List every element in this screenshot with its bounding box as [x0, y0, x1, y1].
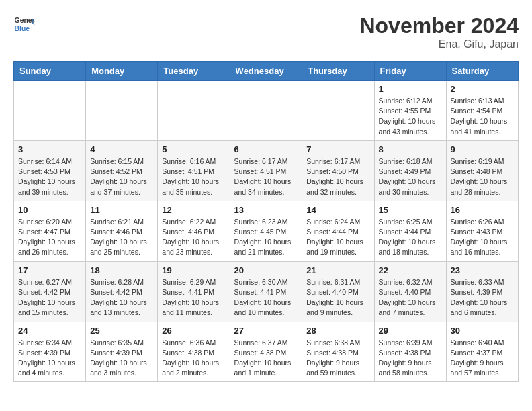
day-number: 20	[234, 265, 298, 275]
day-number: 7	[306, 144, 369, 154]
day-number: 6	[234, 144, 298, 154]
calendar-week-row: 24Sunrise: 6:34 AM Sunset: 4:39 PM Dayli…	[14, 322, 519, 382]
day-number: 2	[451, 84, 514, 94]
calendar-cell	[158, 81, 230, 141]
day-info: Sunrise: 6:13 AM Sunset: 4:54 PM Dayligh…	[451, 96, 514, 137]
day-number: 18	[90, 265, 153, 275]
day-number: 4	[90, 144, 153, 154]
day-number: 25	[90, 326, 153, 336]
day-info: Sunrise: 6:23 AM Sunset: 4:45 PM Dayligh…	[234, 217, 298, 258]
day-number: 28	[306, 326, 369, 336]
day-info: Sunrise: 6:15 AM Sunset: 4:52 PM Dayligh…	[90, 156, 153, 197]
calendar-cell: 17Sunrise: 6:27 AM Sunset: 4:42 PM Dayli…	[14, 261, 86, 322]
day-number: 21	[306, 265, 369, 275]
day-info: Sunrise: 6:19 AM Sunset: 4:48 PM Dayligh…	[451, 156, 514, 197]
day-of-week-header: Thursday	[302, 62, 374, 81]
day-of-week-header: Tuesday	[158, 62, 230, 81]
calendar-cell	[14, 81, 86, 141]
day-info: Sunrise: 6:39 AM Sunset: 4:38 PM Dayligh…	[379, 338, 442, 379]
calendar-cell: 23Sunrise: 6:33 AM Sunset: 4:39 PM Dayli…	[446, 261, 518, 322]
page-header: General Blue November 2024 Ena, Gifu, Ja…	[13, 13, 519, 50]
day-info: Sunrise: 6:36 AM Sunset: 4:38 PM Dayligh…	[162, 338, 225, 379]
day-number: 11	[90, 205, 153, 215]
calendar-week-row: 3Sunrise: 6:14 AM Sunset: 4:53 PM Daylig…	[14, 140, 519, 201]
day-number: 12	[162, 205, 225, 215]
calendar-cell: 27Sunrise: 6:37 AM Sunset: 4:38 PM Dayli…	[230, 322, 302, 382]
day-number: 23	[451, 265, 514, 275]
logo: General Blue	[13, 13, 35, 35]
day-info: Sunrise: 6:14 AM Sunset: 4:53 PM Dayligh…	[18, 156, 81, 197]
calendar-cell: 8Sunrise: 6:18 AM Sunset: 4:49 PM Daylig…	[374, 140, 446, 201]
logo-icon: General Blue	[13, 13, 35, 35]
calendar-cell: 3Sunrise: 6:14 AM Sunset: 4:53 PM Daylig…	[14, 140, 86, 201]
day-info: Sunrise: 6:34 AM Sunset: 4:39 PM Dayligh…	[18, 338, 81, 379]
day-of-week-header: Friday	[374, 62, 446, 81]
day-info: Sunrise: 6:38 AM Sunset: 4:38 PM Dayligh…	[306, 338, 369, 379]
day-number: 26	[162, 326, 225, 336]
month-title: November 2024	[359, 13, 519, 38]
calendar-cell: 18Sunrise: 6:28 AM Sunset: 4:42 PM Dayli…	[86, 261, 158, 322]
day-of-week-header: Saturday	[446, 62, 518, 81]
day-info: Sunrise: 6:17 AM Sunset: 4:50 PM Dayligh…	[306, 156, 369, 197]
calendar-cell: 26Sunrise: 6:36 AM Sunset: 4:38 PM Dayli…	[158, 322, 230, 382]
day-number: 30	[451, 326, 514, 336]
calendar-cell: 24Sunrise: 6:34 AM Sunset: 4:39 PM Dayli…	[14, 322, 86, 382]
calendar-cell: 7Sunrise: 6:17 AM Sunset: 4:50 PM Daylig…	[302, 140, 374, 201]
calendar-cell: 13Sunrise: 6:23 AM Sunset: 4:45 PM Dayli…	[230, 201, 302, 261]
calendar-cell: 21Sunrise: 6:31 AM Sunset: 4:40 PM Dayli…	[302, 261, 374, 322]
day-number: 22	[379, 265, 442, 275]
day-number: 13	[234, 205, 298, 215]
day-of-week-header: Wednesday	[230, 62, 302, 81]
day-info: Sunrise: 6:16 AM Sunset: 4:51 PM Dayligh…	[162, 156, 225, 197]
day-number: 14	[306, 205, 369, 215]
day-number: 24	[18, 326, 81, 336]
title-section: November 2024 Ena, Gifu, Japan	[359, 13, 519, 50]
day-number: 29	[379, 326, 442, 336]
day-info: Sunrise: 6:32 AM Sunset: 4:40 PM Dayligh…	[379, 277, 442, 318]
day-number: 9	[451, 144, 514, 154]
day-number: 17	[18, 265, 81, 275]
day-info: Sunrise: 6:24 AM Sunset: 4:44 PM Dayligh…	[306, 217, 369, 258]
calendar-cell: 6Sunrise: 6:17 AM Sunset: 4:51 PM Daylig…	[230, 140, 302, 201]
calendar-cell	[302, 81, 374, 141]
calendar-cell: 1Sunrise: 6:12 AM Sunset: 4:55 PM Daylig…	[374, 81, 446, 141]
calendar-cell: 25Sunrise: 6:35 AM Sunset: 4:39 PM Dayli…	[86, 322, 158, 382]
day-of-week-header: Monday	[86, 62, 158, 81]
day-number: 10	[18, 205, 81, 215]
day-number: 3	[18, 144, 81, 154]
calendar-cell: 15Sunrise: 6:25 AM Sunset: 4:44 PM Dayli…	[374, 201, 446, 261]
day-info: Sunrise: 6:20 AM Sunset: 4:47 PM Dayligh…	[18, 217, 81, 258]
day-number: 5	[162, 144, 225, 154]
calendar-header-row: SundayMondayTuesdayWednesdayThursdayFrid…	[14, 62, 519, 81]
calendar-cell: 22Sunrise: 6:32 AM Sunset: 4:40 PM Dayli…	[374, 261, 446, 322]
calendar-cell: 14Sunrise: 6:24 AM Sunset: 4:44 PM Dayli…	[302, 201, 374, 261]
location: Ena, Gifu, Japan	[359, 38, 519, 50]
day-info: Sunrise: 6:18 AM Sunset: 4:49 PM Dayligh…	[379, 156, 442, 197]
calendar-cell: 16Sunrise: 6:26 AM Sunset: 4:43 PM Dayli…	[446, 201, 518, 261]
day-info: Sunrise: 6:28 AM Sunset: 4:42 PM Dayligh…	[90, 277, 153, 318]
calendar-cell: 5Sunrise: 6:16 AM Sunset: 4:51 PM Daylig…	[158, 140, 230, 201]
calendar-cell: 19Sunrise: 6:29 AM Sunset: 4:41 PM Dayli…	[158, 261, 230, 322]
day-info: Sunrise: 6:26 AM Sunset: 4:43 PM Dayligh…	[451, 217, 514, 258]
day-info: Sunrise: 6:27 AM Sunset: 4:42 PM Dayligh…	[18, 277, 81, 318]
day-info: Sunrise: 6:22 AM Sunset: 4:46 PM Dayligh…	[162, 217, 225, 258]
calendar-cell: 20Sunrise: 6:30 AM Sunset: 4:41 PM Dayli…	[230, 261, 302, 322]
day-number: 1	[379, 84, 442, 94]
day-number: 27	[234, 326, 298, 336]
calendar-cell: 9Sunrise: 6:19 AM Sunset: 4:48 PM Daylig…	[446, 140, 518, 201]
day-info: Sunrise: 6:25 AM Sunset: 4:44 PM Dayligh…	[379, 217, 442, 258]
day-info: Sunrise: 6:40 AM Sunset: 4:37 PM Dayligh…	[451, 338, 514, 379]
calendar-table: SundayMondayTuesdayWednesdayThursdayFrid…	[13, 61, 519, 382]
calendar-cell: 4Sunrise: 6:15 AM Sunset: 4:52 PM Daylig…	[86, 140, 158, 201]
day-info: Sunrise: 6:31 AM Sunset: 4:40 PM Dayligh…	[306, 277, 369, 318]
day-info: Sunrise: 6:35 AM Sunset: 4:39 PM Dayligh…	[90, 338, 153, 379]
calendar-cell: 28Sunrise: 6:38 AM Sunset: 4:38 PM Dayli…	[302, 322, 374, 382]
day-number: 19	[162, 265, 225, 275]
calendar-week-row: 17Sunrise: 6:27 AM Sunset: 4:42 PM Dayli…	[14, 261, 519, 322]
day-info: Sunrise: 6:21 AM Sunset: 4:46 PM Dayligh…	[90, 217, 153, 258]
calendar-cell	[230, 81, 302, 141]
calendar-cell: 30Sunrise: 6:40 AM Sunset: 4:37 PM Dayli…	[446, 322, 518, 382]
day-info: Sunrise: 6:33 AM Sunset: 4:39 PM Dayligh…	[451, 277, 514, 318]
day-info: Sunrise: 6:17 AM Sunset: 4:51 PM Dayligh…	[234, 156, 298, 197]
calendar-week-row: 10Sunrise: 6:20 AM Sunset: 4:47 PM Dayli…	[14, 201, 519, 261]
